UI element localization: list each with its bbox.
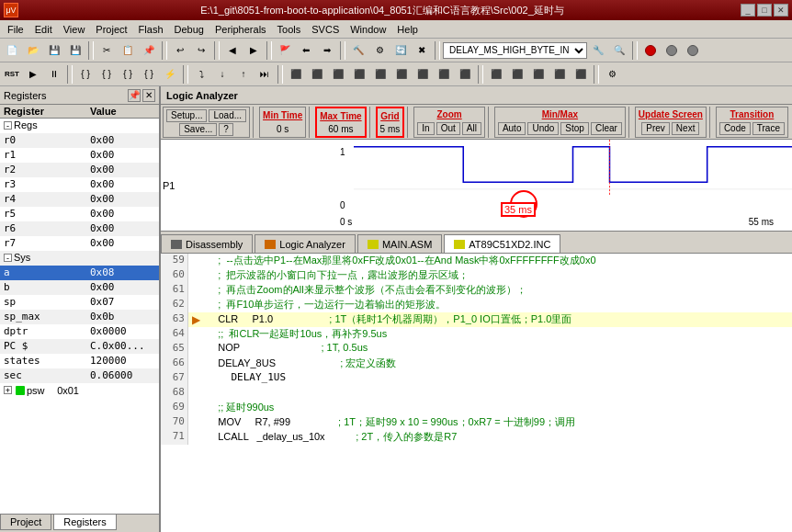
tb-open[interactable]: 📂 <box>23 41 43 60</box>
reg-row-dptr[interactable]: dptr 0x0000 <box>0 324 159 339</box>
tb-cut[interactable]: ✂ <box>96 41 117 60</box>
tb-prev-flag[interactable]: ⬅ <box>296 41 316 60</box>
tb2-b19[interactable]: ⬛ <box>528 65 549 84</box>
la-setup-btn[interactable]: Setup... <box>166 109 207 122</box>
code-area[interactable]: 59 ; --点击选中P1--在Max那里将0xFF改成0x01--在And M… <box>161 254 792 532</box>
tb2-b7[interactable]: ⚡ <box>160 65 180 84</box>
menu-debug[interactable]: Debug <box>169 22 209 37</box>
tb-forward[interactable]: ▶ <box>243 41 264 60</box>
reg-row-sec[interactable]: sec 0.06000 <box>0 368 159 383</box>
tb-record[interactable] <box>640 41 661 60</box>
psw-tree-row[interactable]: + psw 0x01 <box>0 383 159 398</box>
tab-registers[interactable]: Registers <box>53 515 116 530</box>
tb-rebuild[interactable]: 🔄 <box>390 41 411 60</box>
tb-copy[interactable]: 📋 <box>118 41 138 60</box>
tb2-b1[interactable]: ▶ <box>23 65 43 84</box>
reg-row-r5[interactable]: r5 0x00 <box>0 207 159 221</box>
tb2-rst[interactable]: RST <box>2 65 22 84</box>
registers-pin[interactable]: 📌 <box>128 89 141 102</box>
la-auto-btn[interactable]: Auto <box>498 122 526 135</box>
tab-disassembly[interactable]: Disassembly <box>161 234 253 253</box>
sys-tree-row[interactable]: -Sys <box>0 251 159 266</box>
tab-logic-analyzer[interactable]: Logic Analyzer <box>255 234 356 253</box>
reg-row-states[interactable]: states 120000 <box>0 354 159 368</box>
reg-row-sp[interactable]: sp 0x07 <box>0 295 159 310</box>
la-clear-btn[interactable]: Clear <box>591 122 622 135</box>
tb2-b2[interactable]: ⏸ <box>44 65 64 84</box>
tb2-b20[interactable]: ⬛ <box>549 65 570 84</box>
tb-save-all[interactable]: 💾 <box>65 41 85 60</box>
tb-redo[interactable]: ↪ <box>191 41 211 60</box>
tb-back[interactable]: ◀ <box>222 41 243 60</box>
la-stop-btn[interactable]: Stop <box>560 122 589 135</box>
tb-next-flag[interactable]: ➡ <box>317 41 337 60</box>
tb-dbg2[interactable]: 🔍 <box>609 41 629 60</box>
tb-translate[interactable]: ⚙ <box>369 41 390 60</box>
tb2-step-in[interactable]: ↓ <box>212 65 232 84</box>
tab-project[interactable]: Project <box>0 515 51 530</box>
maximize-button[interactable]: □ <box>757 4 772 17</box>
la-save-btn[interactable]: Save... <box>179 123 217 136</box>
registers-close[interactable]: ✕ <box>142 89 155 102</box>
reg-row-r7[interactable]: r7 0x00 <box>0 236 159 251</box>
sys-expand[interactable]: - <box>4 254 12 262</box>
menu-project[interactable]: Project <box>90 22 132 37</box>
psw-expand[interactable]: + <box>4 386 12 394</box>
menu-flash[interactable]: Flash <box>133 22 169 37</box>
reg-row-r6[interactable]: r6 0x00 <box>0 221 159 236</box>
tb2-b22[interactable]: ⚙ <box>602 65 622 84</box>
menu-peripherals[interactable]: Peripherals <box>209 22 272 37</box>
tb2-b15[interactable]: ⬛ <box>434 65 454 84</box>
reg-row-a[interactable]: a 0x08 <box>0 266 159 280</box>
tb2-b5[interactable]: { } <box>118 65 138 84</box>
tb-undo[interactable]: ↩ <box>170 41 190 60</box>
la-next-btn[interactable]: Next <box>672 122 700 135</box>
tb2-b16[interactable]: ⬛ <box>455 65 475 84</box>
reg-row-r2[interactable]: r2 0x00 <box>0 163 159 177</box>
tab-inc-file[interactable]: AT89C51XD2.INC <box>444 234 560 253</box>
tb2-b3[interactable]: { } <box>75 65 96 84</box>
menu-file[interactable]: File <box>2 22 29 37</box>
menu-view[interactable]: View <box>58 22 91 37</box>
tb-build[interactable]: 🔨 <box>348 41 368 60</box>
la-waveform[interactable]: P1 1 0 0 s 55 ms 35 ms <box>161 140 792 232</box>
la-zoom-out[interactable]: Out <box>436 122 460 135</box>
tb2-b14[interactable]: ⬛ <box>413 65 433 84</box>
tb-dbg1[interactable]: 🔧 <box>588 41 608 60</box>
menu-edit[interactable]: Edit <box>29 22 58 37</box>
tb2-b9[interactable]: ⬛ <box>307 65 327 84</box>
tb-new[interactable]: 📄 <box>2 41 22 60</box>
tb2-step-out[interactable]: ↑ <box>233 65 254 84</box>
reg-row-r0[interactable]: r0 0x00 <box>0 133 159 148</box>
la-prev-btn[interactable]: Prev <box>641 122 670 135</box>
tab-main-asm[interactable]: MAIN.ASM <box>357 234 442 253</box>
la-zoom-all[interactable]: All <box>462 122 481 135</box>
la-zoom-in[interactable]: In <box>417 122 434 135</box>
tb2-b8[interactable]: ⬛ <box>286 65 306 84</box>
tb2-b18[interactable]: ⬛ <box>507 65 527 84</box>
tb-gray2[interactable] <box>683 41 703 60</box>
target-combo[interactable]: DELAY_MS_HIGH_BYTE_IN <box>443 42 587 59</box>
regs-expand[interactable]: - <box>4 121 12 130</box>
la-help-btn[interactable]: ? <box>219 123 233 136</box>
tb2-b17[interactable]: ⬛ <box>486 65 506 84</box>
tb2-b11[interactable]: ⬛ <box>349 65 369 84</box>
reg-row-r3[interactable]: r3 0x00 <box>0 177 159 192</box>
tb-gray1[interactable] <box>662 41 682 60</box>
la-trace-btn[interactable]: Trace <box>752 122 785 135</box>
menu-tools[interactable]: Tools <box>272 22 307 37</box>
reg-row-sp_max[interactable]: sp_max 0x0b <box>0 310 159 324</box>
reg-row-pc[interactable]: PC $ C.0x00... <box>0 339 159 354</box>
minimize-button[interactable]: _ <box>741 4 755 17</box>
reg-row-r1[interactable]: r1 0x00 <box>0 148 159 163</box>
tb2-b6[interactable]: { } <box>139 65 159 84</box>
tb2-b10[interactable]: ⬛ <box>328 65 348 84</box>
tb-stop-build[interactable]: ✖ <box>412 41 432 60</box>
la-code-btn[interactable]: Code <box>719 122 751 135</box>
regs-tree-row[interactable]: -Regs <box>0 119 159 133</box>
menu-svcs[interactable]: SVCS <box>306 22 345 37</box>
tb-flag[interactable]: 🚩 <box>275 41 295 60</box>
la-undo-btn[interactable]: Undo <box>527 122 559 135</box>
tb2-b13[interactable]: ⬛ <box>391 65 412 84</box>
reg-row-r4[interactable]: r4 0x00 <box>0 192 159 207</box>
